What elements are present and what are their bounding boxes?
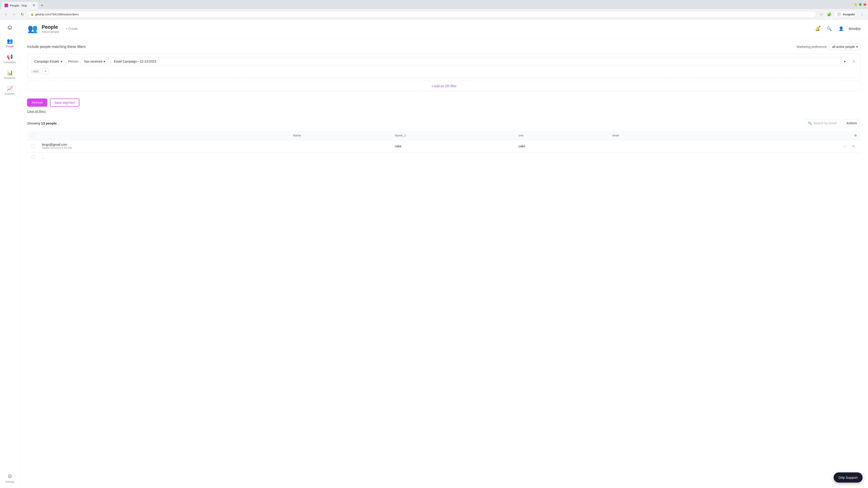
minimize-button[interactable] [855, 3, 857, 6]
person-email[interactable]: bingo@gmail.com [42, 143, 286, 147]
main-content: 👥 People Active people + Create 🔔 🔍 👤 Mo… [20, 20, 868, 488]
row-actions-cell: ⋯ ✏ [703, 140, 861, 153]
select-all-checkbox[interactable] [31, 133, 35, 137]
or-filter-row[interactable]: + Add an OR filter [27, 81, 861, 91]
notification-badge [818, 26, 821, 28]
page-header: 👥 People Active people + Create 🔔 🔍 👤 Mo… [20, 20, 868, 38]
table-header-row: Name Name_1 one three ⚙ [27, 131, 861, 140]
notifications-button[interactable]: 🔔 [813, 25, 822, 33]
sidebar-item-analytics[interactable]: 📈 Analytics [2, 84, 18, 97]
address-bar: ‹ › ↻ 🔒 getdrip.com/7641396/subscribers … [0, 9, 868, 20]
row-checkbox[interactable] [31, 144, 35, 148]
refresh-button[interactable]: Refresh [27, 98, 47, 107]
filter-title: Include people matching these filters [27, 45, 86, 49]
table-row: bingo@gmail.com Added 12/12/23 5:55 PM c… [27, 140, 861, 153]
maximize-button[interactable] [859, 3, 862, 6]
clear-all-filters-link[interactable]: Clear all filters [27, 109, 46, 113]
close-window-button[interactable] [864, 3, 866, 6]
marketing-select[interactable]: all active people ▾ [829, 43, 861, 50]
marketing-chevron-icon: ▾ [856, 45, 858, 48]
header-right: 🔔 🔍 👤 Moodjoy [813, 25, 861, 33]
row-checkbox-cell [27, 140, 38, 153]
drip-support-button[interactable]: Drip Support [834, 473, 863, 483]
table-header-name1: Name_1 [391, 131, 515, 140]
row-checkbox[interactable] [31, 155, 35, 159]
filter-category-select[interactable]: Campaign Emails ▾ [31, 58, 66, 65]
people-table: Name Name_1 one three ⚙ [27, 131, 861, 162]
address-actions: ☆ 🧩 Incognito ⋮ [818, 11, 865, 18]
profile-name: Incognito [843, 13, 855, 16]
row-name-cell [289, 140, 391, 153]
extensions-icon[interactable]: 🧩 [826, 11, 833, 18]
row-email-cell: bingo@gmail.com Added 12/12/23 5:55 PM [38, 140, 289, 153]
sidebar-label-analytics: Analytics [5, 92, 15, 95]
star-icon[interactable]: ☆ [818, 11, 825, 18]
analytics-icon: 📈 [7, 86, 13, 92]
sidebar-label-people: People [6, 45, 13, 48]
marketing-preference: Marketing preference: all active people … [797, 43, 861, 50]
url-text: getdrip.com/7641396/subscribers [35, 13, 79, 16]
row-actions: ⋯ ✏ [706, 143, 857, 150]
table-header-checkbox [27, 131, 38, 140]
row-one-cell: cake [515, 140, 609, 153]
filter-campaign-value: Email Campaign - 12-13-2023 [114, 60, 156, 63]
search-button[interactable]: 🔍 [825, 25, 833, 33]
filter-category-value: Campaign Emails [34, 60, 59, 63]
active-tab[interactable]: 👥 People · Drip ✕ [2, 2, 38, 9]
user-icon[interactable]: 👤 [837, 25, 845, 33]
settings-icon: ⚙ [8, 474, 12, 480]
create-button[interactable]: + Create [63, 25, 81, 32]
sidebar-label-settings: Settings [5, 480, 14, 483]
sidebar-item-settings[interactable]: ⚙ Settings [2, 471, 18, 485]
marketing-label: Marketing preference: [797, 45, 827, 48]
sidebar-label-workflows: Workflows [4, 76, 16, 79]
filter-container: Campaign Emails ▾ Person has received ▾ … [27, 54, 861, 78]
user-name: Moodjoy [849, 27, 861, 31]
reload-button[interactable]: ↻ [19, 11, 25, 18]
row-edit-button[interactable]: ✏ [850, 143, 857, 149]
filter-category-chevron-icon: ▾ [61, 60, 62, 63]
search-placeholder: Search by Email [813, 121, 837, 125]
row-menu-button[interactable]: ⋯ [841, 143, 848, 150]
and-label: and [31, 69, 40, 74]
results-actions: 🔍 Search by Email Actions [804, 119, 861, 127]
results-count: Showing 13 people . [27, 121, 59, 125]
row-name1-cell: cake [391, 140, 515, 153]
table-header-one: one [515, 131, 609, 140]
back-button[interactable]: ‹ [3, 11, 9, 18]
filter-condition-select[interactable]: has received ▾ [81, 58, 108, 65]
sidebar-item-people[interactable]: 👥 People [2, 36, 18, 50]
app-logo: ☺ [5, 22, 15, 32]
tab-bar: 👥 People · Drip ✕ + [0, 0, 868, 9]
url-bar[interactable]: 🔒 getdrip.com/7641396/subscribers [27, 11, 816, 18]
sidebar-item-campaigns[interactable]: 📢 Campaigns [2, 52, 18, 66]
table-header-settings[interactable]: ⚙ [703, 131, 861, 140]
showing-prefix: Showing [27, 121, 40, 125]
filter-remove-button[interactable]: × [851, 58, 857, 65]
table-row: ... [27, 153, 861, 162]
table-settings-icon[interactable]: ⚙ [854, 134, 857, 137]
new-tab-button[interactable]: + [39, 2, 45, 8]
profile-avatar [837, 12, 841, 17]
table-header-name: Name [289, 131, 391, 140]
sidebar: ☺ 👥 People 📢 Campaigns 📊 Workflows 📈 Ana… [0, 20, 20, 488]
filter-campaign-select[interactable]: Email Campaign - 12-13-2023 ▾ [110, 58, 849, 65]
and-row: and + [31, 68, 857, 74]
actions-dropdown[interactable]: Actions [843, 119, 861, 127]
sidebar-item-workflows[interactable]: 📊 Workflows [2, 68, 18, 82]
row-email-cell-2: ... [38, 153, 289, 162]
or-filter-label: + Add an OR filter [432, 84, 457, 88]
filter-section: Include people matching these filters Ma… [20, 38, 868, 98]
save-segment-button[interactable]: Save segment [50, 98, 79, 107]
search-bar[interactable]: 🔍 Search by Email [804, 119, 840, 127]
add-filter-button[interactable]: + [42, 68, 49, 74]
workflows-icon: 📊 [7, 70, 13, 76]
filter-condition-chevron-icon: ▾ [103, 60, 105, 63]
table-header-email [38, 131, 289, 140]
filter-campaign-chevron-icon: ▾ [844, 60, 846, 63]
profile-chip[interactable]: Incognito [834, 11, 857, 18]
tab-close-button[interactable]: ✕ [32, 4, 35, 7]
results-section: Showing 13 people . 🔍 Search by Email Ac… [20, 117, 868, 164]
menu-icon[interactable]: ⋮ [859, 11, 865, 18]
forward-button[interactable]: › [11, 11, 17, 18]
